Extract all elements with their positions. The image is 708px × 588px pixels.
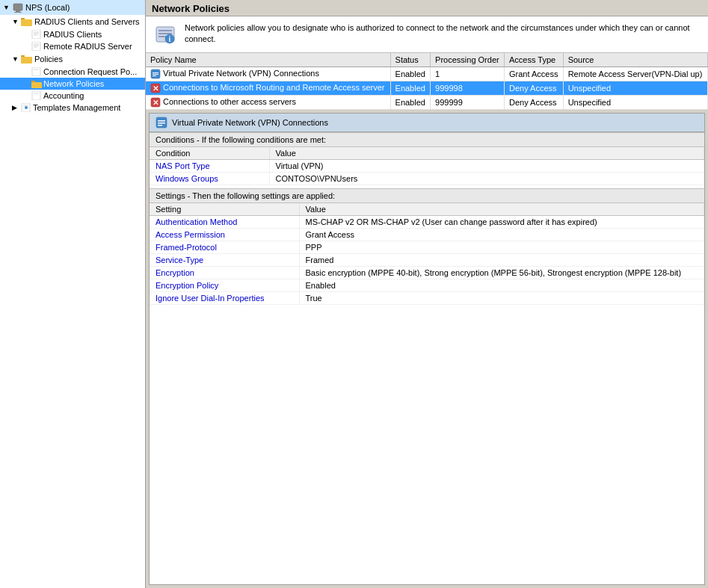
policy-name-cell: ✕ Connections to Microsoft Routing and R… — [146, 81, 390, 96]
policy-table-body: Virtual Private Network (VPN) Connection… — [146, 67, 708, 110]
settings-section-label: Settings - Then the following settings a… — [150, 188, 704, 203]
expand-arrow-root: ▼ — [3, 4, 10, 11]
condition-value: CONTOSO\VPNUsers — [269, 173, 704, 185]
svg-rect-15 — [21, 55, 25, 57]
table-row[interactable]: Virtual Private Network (VPN) Connection… — [146, 67, 708, 81]
settings-table-body: Authentication MethodMS-CHAP v2 OR MS-CH… — [150, 216, 704, 305]
tree-accounting[interactable]: ▶ Accounting — [0, 90, 145, 102]
doc-icon-templates — [21, 103, 31, 112]
condition-name: Windows Groups — [150, 173, 269, 185]
col-access-type: Access Type — [504, 53, 563, 67]
settings-col-setting: Setting — [150, 203, 299, 216]
settings-col-value: Value — [299, 203, 704, 216]
policy-source-cell: Unspecified — [563, 81, 707, 96]
tree-remote-radius[interactable]: ▶ Remote RADIUS Server — [0, 40, 145, 52]
setting-row: Ignore User Dial-In PropertiesTrue — [150, 292, 704, 305]
tree-policies[interactable]: ▼ Policies — [0, 52, 145, 66]
description-text: Network policies allow you to designate … — [185, 22, 701, 46]
tree-templates-management[interactable]: ▶ Templates Management — [0, 102, 145, 114]
doc-icon-radius-clients — [31, 30, 42, 39]
policy-table-container: Policy Name Status Processing Order Acce… — [146, 53, 708, 110]
svg-point-24 — [25, 106, 28, 109]
setting-row: EncryptionBasic encryption (MPPE 40-bit)… — [150, 267, 704, 279]
svg-rect-27 — [158, 33, 172, 34]
svg-rect-26 — [158, 30, 172, 31]
col-processing-order: Processing Order — [431, 53, 505, 67]
policy-access-cell: Deny Access — [504, 81, 563, 96]
panel-title: Network Policies — [146, 0, 708, 16]
svg-rect-41 — [158, 123, 165, 124]
detail-panel: Virtual Private Network (VPN) Connection… — [146, 110, 708, 588]
svg-rect-0 — [13, 4, 22, 10]
svg-text:✕: ✕ — [153, 99, 158, 107]
svg-rect-42 — [158, 125, 162, 126]
policy-status-cell: Enabled — [390, 67, 431, 81]
conditions-table-body: NAS Port TypeVirtual (VPN)Windows Groups… — [150, 160, 704, 185]
setting-name: Access Permission — [150, 229, 299, 241]
setting-name: Encryption — [150, 267, 299, 279]
setting-name: Authentication Method — [150, 216, 299, 229]
condition-row: Windows GroupsCONTOSO\VPNUsers — [150, 173, 704, 185]
svg-rect-1 — [16, 10, 20, 12]
policy-name-cell: ✕ Connections to other access servers — [146, 96, 390, 110]
table-header-row: Policy Name Status Processing Order Acce… — [146, 53, 708, 67]
table-row[interactable]: ✕ Connections to Microsoft Routing and R… — [146, 81, 708, 96]
svg-rect-34 — [153, 75, 156, 76]
svg-text:i: i — [169, 35, 171, 43]
tree-root-label: NPS (Local) — [25, 3, 70, 12]
setting-row: Authentication MethodMS-CHAP v2 OR MS-CH… — [150, 216, 704, 229]
condition-name: NAS Port Type — [150, 160, 269, 173]
left-panel: ▼ NPS (Local) ▼ RADIUS Clients and Serve… — [0, 0, 146, 588]
svg-rect-32 — [153, 72, 158, 73]
setting-value: PPP — [299, 241, 704, 254]
tree-root-nps[interactable]: ▼ NPS (Local) — [0, 0, 145, 15]
policy-status-cell: Enabled — [390, 96, 431, 110]
condition-value: Virtual (VPN) — [269, 160, 704, 173]
detail-policy-icon — [156, 117, 167, 129]
detail-header: Virtual Private Network (VPN) Connection… — [150, 114, 704, 132]
setting-row: Encryption PolicyEnabled — [150, 279, 704, 292]
tree-network-policies[interactable]: ▶ Network Policies — [0, 78, 145, 90]
svg-rect-40 — [158, 120, 165, 122]
policy-source-cell: Remote Access Server(VPN-Dial up) — [563, 67, 707, 81]
policy-desc-icon: i — [153, 22, 177, 46]
setting-name: Encryption Policy — [150, 279, 299, 292]
setting-value: Grant Access — [299, 229, 704, 241]
policy-source-cell: Unspecified — [563, 96, 707, 110]
svg-rect-2 — [14, 12, 22, 13]
doc-icon-accounting — [31, 91, 42, 100]
detail-inner: Virtual Private Network (VPN) Connection… — [149, 113, 705, 585]
svg-rect-5 — [21, 18, 25, 19]
setting-row: Access PermissionGrant Access — [150, 229, 704, 241]
svg-text:✕: ✕ — [153, 84, 158, 93]
policy-access-cell: Grant Access — [504, 67, 563, 81]
panel-title-text: Network Policies — [152, 3, 230, 14]
setting-name: Ignore User Dial-In Properties — [150, 292, 299, 305]
setting-value: Basic encryption (MPPE 40-bit), Strong e… — [299, 267, 704, 279]
tree-radius-clients-servers[interactable]: ▼ RADIUS Clients and Servers — [0, 15, 145, 28]
policies-label: Policies — [34, 55, 63, 64]
doc-icon-conn-request — [31, 67, 42, 76]
col-policy-name: Policy Name — [146, 53, 390, 67]
setting-name: Framed-Protocol — [150, 241, 299, 254]
conditions-col-condition: Condition — [150, 147, 269, 160]
svg-rect-33 — [153, 74, 158, 75]
right-panel: Network Policies i Network policies allo… — [146, 0, 708, 588]
col-status: Status — [390, 53, 431, 67]
expand-arrow-radius: ▼ — [12, 18, 19, 25]
table-row[interactable]: ✕ Connections to other access serversEna… — [146, 96, 708, 110]
setting-row: Framed-ProtocolPPP — [150, 241, 704, 254]
tree-radius-clients[interactable]: ▶ RADIUS Clients — [0, 28, 145, 40]
svg-rect-16 — [32, 67, 40, 76]
templates-management-label: Templates Management — [33, 103, 120, 112]
conditions-section-label: Conditions - If the following conditions… — [150, 132, 704, 147]
policy-status-cell: Enabled — [390, 81, 431, 96]
tree-connection-request[interactable]: ▶ Connection Request Po... — [0, 66, 145, 78]
detail-policy-name: Virtual Private Network (VPN) Connection… — [172, 118, 328, 127]
connection-request-label: Connection Request Po... — [43, 67, 137, 76]
setting-value: True — [299, 292, 704, 305]
policy-name-cell: Virtual Private Network (VPN) Connection… — [146, 67, 390, 81]
folder-icon-radius — [21, 16, 33, 27]
description-section: i Network policies allow you to designat… — [146, 16, 708, 53]
settings-table: Setting Value Authentication MethodMS-CH… — [150, 203, 704, 305]
